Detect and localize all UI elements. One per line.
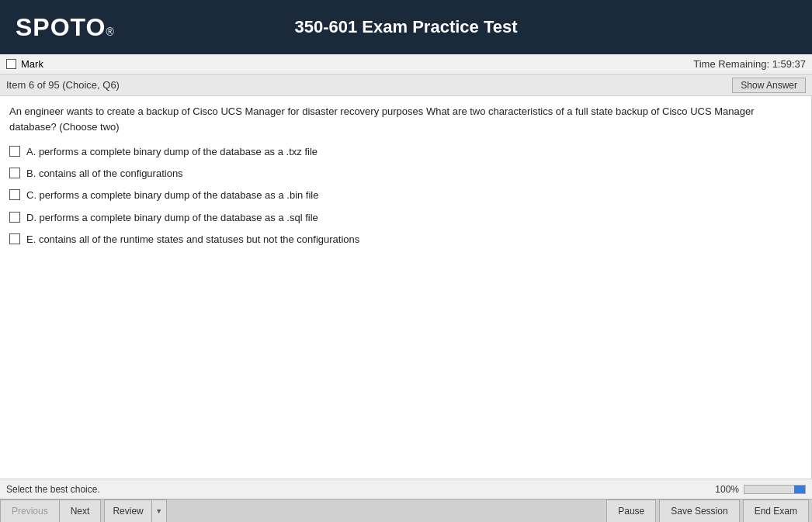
review-dropdown-icon: ▼ — [155, 507, 162, 515]
item-bar: Item 6 of 95 (Choice, Q6) Show Answer — [0, 74, 812, 96]
checkbox-d[interactable] — [9, 212, 20, 223]
end-exam-button[interactable]: End Exam — [743, 500, 809, 523]
footer-left: Previous Next Review ▼ — [0, 500, 167, 523]
save-session-button[interactable]: Save Session — [659, 500, 739, 523]
mark-bar: Mark Time Remaining: 1:59:37 — [0, 54, 812, 74]
answer-label-c: C. performs a complete binary dump of th… — [26, 188, 318, 202]
footer: Previous Next Review ▼ Pause Save Sessio… — [0, 499, 812, 522]
review-button-wrapper: Review ▼ — [104, 500, 166, 523]
answer-label-a: A. performs a complete binary dump of th… — [26, 145, 318, 159]
header-title: 350-601 Exam Practice Test — [295, 17, 518, 37]
mark-checkbox[interactable] — [6, 59, 16, 69]
next-button[interactable]: Next — [59, 500, 102, 523]
progress-area: 100% — [715, 484, 806, 495]
previous-button[interactable]: Previous — [0, 500, 59, 523]
item-info: Item 6 of 95 (Choice, Q6) — [6, 79, 120, 91]
status-bar: Select the best choice. 100% — [0, 479, 812, 499]
progress-label: 100% — [715, 484, 739, 495]
answer-option-c[interactable]: C. performs a complete binary dump of th… — [9, 188, 802, 202]
question-text: An engineer wants to create a backup of … — [9, 104, 802, 134]
checkbox-a[interactable] — [9, 146, 20, 157]
answer-option-a[interactable]: A. performs a complete binary dump of th… — [9, 145, 802, 159]
answer-option-d[interactable]: D. performs a complete binary dump of th… — [9, 211, 802, 225]
logo-text: SPOTO — [16, 13, 106, 42]
answer-label-d: D. performs a complete binary dump of th… — [26, 211, 318, 225]
progress-fill — [794, 486, 805, 493]
status-text: Select the best choice. — [6, 484, 100, 495]
checkbox-b[interactable] — [9, 168, 20, 178]
pause-button[interactable]: Pause — [606, 500, 656, 523]
answer-label-b: B. contains all of the configurations — [26, 167, 183, 181]
progress-track — [744, 485, 806, 494]
logo-area: SPOTO ® — [16, 13, 114, 42]
checkbox-c[interactable] — [9, 189, 20, 200]
mark-label[interactable]: Mark — [21, 58, 43, 70]
header: SPOTO ® 350-601 Exam Practice Test — [0, 0, 812, 54]
mark-area[interactable]: Mark — [6, 58, 43, 70]
answer-label-e: E. contains all of the runtime states an… — [26, 233, 359, 247]
show-answer-button[interactable]: Show Answer — [732, 78, 806, 93]
answer-option-b[interactable]: B. contains all of the configurations — [9, 167, 802, 181]
answer-option-e[interactable]: E. contains all of the runtime states an… — [9, 233, 802, 247]
time-remaining: Time Remaining: 1:59:37 — [693, 58, 806, 70]
review-dropdown-button[interactable]: ▼ — [151, 500, 167, 523]
logo-reg: ® — [106, 26, 113, 38]
main-content: An engineer wants to create a backup of … — [0, 96, 812, 479]
checkbox-e[interactable] — [9, 233, 20, 244]
review-button[interactable]: Review — [104, 500, 151, 523]
footer-right: Pause Save Session End Exam — [606, 500, 812, 523]
